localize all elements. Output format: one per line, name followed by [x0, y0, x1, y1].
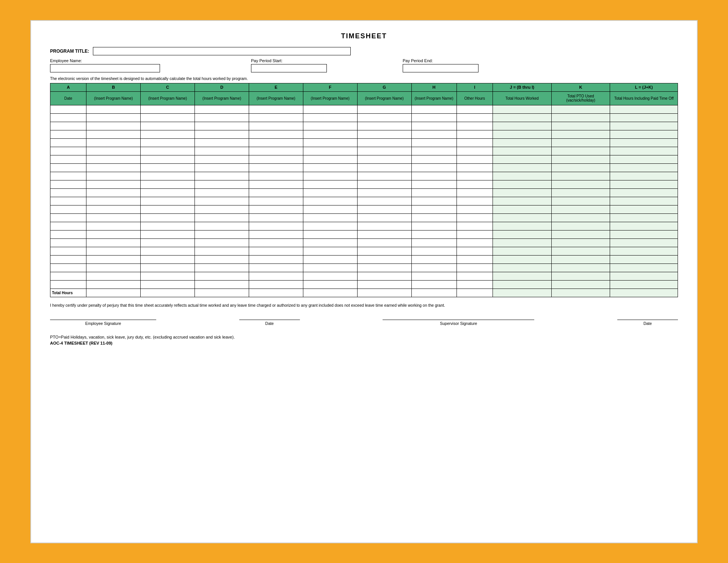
table-cell[interactable] — [411, 188, 457, 197]
table-cell[interactable] — [493, 272, 551, 280]
table-cell[interactable] — [195, 255, 249, 263]
table-cell[interactable] — [249, 280, 303, 289]
table-cell[interactable] — [551, 147, 610, 155]
table-cell[interactable] — [411, 180, 457, 188]
table-cell[interactable] — [50, 113, 86, 122]
table-cell[interactable] — [141, 105, 195, 113]
table-cell[interactable] — [50, 205, 86, 213]
table-cell[interactable] — [493, 280, 551, 289]
table-cell[interactable] — [357, 230, 411, 238]
table-cell[interactable] — [457, 113, 493, 122]
table-cell[interactable] — [493, 147, 551, 155]
table-cell[interactable] — [50, 163, 86, 172]
table-cell[interactable] — [86, 247, 141, 255]
table-cell[interactable] — [303, 113, 357, 122]
table-cell[interactable] — [86, 263, 141, 272]
table-cell[interactable] — [50, 230, 86, 238]
table-cell[interactable] — [610, 155, 678, 163]
table-cell[interactable] — [457, 122, 493, 130]
table-cell[interactable] — [610, 255, 678, 263]
table-cell[interactable] — [86, 213, 141, 222]
table-cell[interactable] — [141, 197, 195, 205]
table-cell[interactable] — [50, 188, 86, 197]
table-cell[interactable] — [50, 238, 86, 247]
table-cell[interactable] — [195, 272, 249, 280]
table-cell[interactable] — [493, 205, 551, 213]
table-cell[interactable] — [249, 122, 303, 130]
table-cell[interactable] — [411, 247, 457, 255]
table-cell[interactable] — [610, 105, 678, 113]
table-cell[interactable] — [610, 172, 678, 180]
table-cell[interactable] — [50, 130, 86, 138]
table-cell[interactable] — [249, 272, 303, 280]
table-cell[interactable] — [457, 130, 493, 138]
table-cell[interactable] — [357, 213, 411, 222]
table-cell[interactable] — [141, 272, 195, 280]
table-cell[interactable] — [141, 280, 195, 289]
table-cell[interactable] — [141, 138, 195, 147]
table-cell[interactable] — [411, 197, 457, 205]
table-cell[interactable] — [551, 280, 610, 289]
table-cell[interactable] — [551, 188, 610, 197]
table-cell[interactable] — [493, 188, 551, 197]
table-cell[interactable] — [610, 138, 678, 147]
table-cell[interactable] — [249, 163, 303, 172]
table-cell[interactable] — [249, 213, 303, 222]
table-cell[interactable] — [195, 230, 249, 238]
table-cell[interactable] — [249, 263, 303, 272]
table-cell[interactable] — [303, 147, 357, 155]
table-cell[interactable] — [141, 180, 195, 188]
table-cell[interactable] — [303, 230, 357, 238]
table-cell[interactable] — [457, 238, 493, 247]
table-cell[interactable] — [411, 255, 457, 263]
table-cell[interactable] — [357, 272, 411, 280]
table-cell[interactable] — [411, 122, 457, 130]
table-cell[interactable] — [249, 155, 303, 163]
table-cell[interactable] — [86, 238, 141, 247]
table-cell[interactable] — [141, 247, 195, 255]
table-cell[interactable] — [357, 238, 411, 247]
table-cell[interactable] — [50, 172, 86, 180]
table-cell[interactable] — [493, 155, 551, 163]
table-cell[interactable] — [50, 147, 86, 155]
table-cell[interactable] — [411, 138, 457, 147]
table-cell[interactable] — [457, 188, 493, 197]
table-cell[interactable] — [141, 163, 195, 172]
table-cell[interactable] — [303, 130, 357, 138]
table-cell[interactable] — [141, 230, 195, 238]
table-cell[interactable] — [493, 255, 551, 263]
table-cell[interactable] — [411, 280, 457, 289]
table-cell[interactable] — [357, 263, 411, 272]
table-cell[interactable] — [551, 113, 610, 122]
table-cell[interactable] — [493, 213, 551, 222]
table-cell[interactable] — [357, 147, 411, 155]
table-cell[interactable] — [86, 188, 141, 197]
table-cell[interactable] — [610, 163, 678, 172]
table-cell[interactable] — [195, 213, 249, 222]
table-cell[interactable] — [357, 113, 411, 122]
table-cell[interactable] — [411, 163, 457, 172]
table-cell[interactable] — [493, 172, 551, 180]
table-cell[interactable] — [551, 247, 610, 255]
table-cell[interactable] — [411, 272, 457, 280]
table-cell[interactable] — [141, 213, 195, 222]
table-cell[interactable] — [50, 122, 86, 130]
table-cell[interactable] — [195, 188, 249, 197]
table-cell[interactable] — [86, 205, 141, 213]
table-cell[interactable] — [303, 105, 357, 113]
table-cell[interactable] — [249, 180, 303, 188]
table-cell[interactable] — [50, 197, 86, 205]
table-cell[interactable] — [357, 188, 411, 197]
table-cell[interactable] — [457, 163, 493, 172]
table-cell[interactable] — [141, 147, 195, 155]
table-cell[interactable] — [551, 213, 610, 222]
table-cell[interactable] — [141, 238, 195, 247]
table-cell[interactable] — [249, 138, 303, 147]
table-cell[interactable] — [551, 238, 610, 247]
table-cell[interactable] — [249, 172, 303, 180]
table-cell[interactable] — [610, 280, 678, 289]
table-cell[interactable] — [195, 138, 249, 147]
table-cell[interactable] — [457, 255, 493, 263]
table-cell[interactable] — [493, 238, 551, 247]
table-cell[interactable] — [551, 138, 610, 147]
